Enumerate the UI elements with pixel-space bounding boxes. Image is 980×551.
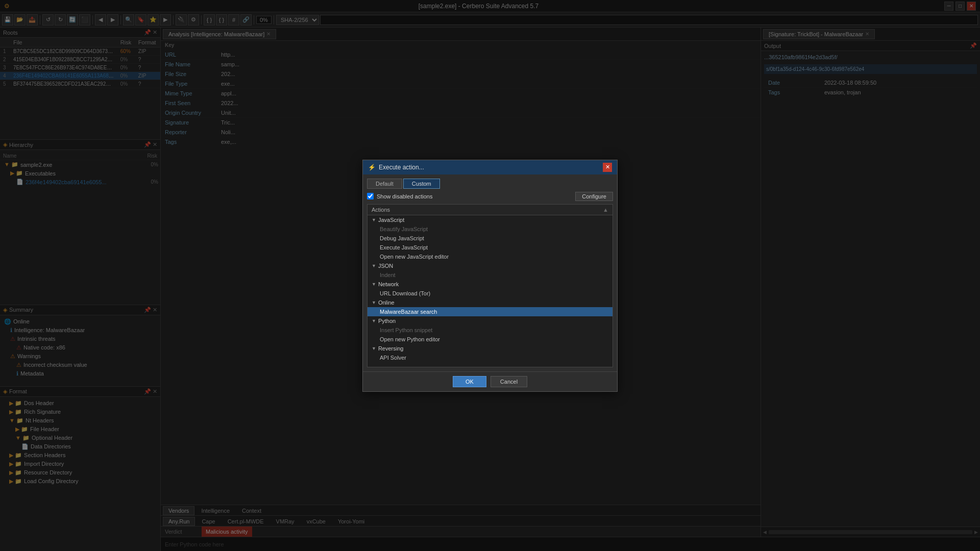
action-debug-js[interactable]: Debug JavaScript bbox=[368, 234, 612, 243]
network-triangle-icon: ▼ bbox=[372, 282, 376, 287]
action-group-label-online: Online bbox=[378, 299, 395, 306]
action-insert-python-snippet[interactable]: Insert Python snippet bbox=[368, 325, 612, 335]
action-group-header-python[interactable]: ▼ Python bbox=[368, 316, 612, 325]
dialog-tab-custom[interactable]: Custom bbox=[403, 179, 440, 189]
action-group-label-python: Python bbox=[378, 318, 396, 324]
action-beautify-js[interactable]: Beautify JavaScript bbox=[368, 224, 612, 234]
action-group-label-reversing: Reversing bbox=[378, 345, 404, 352]
action-group-network: ▼ Network URL Download (Tor) bbox=[368, 280, 612, 298]
json-triangle-icon: ▼ bbox=[372, 263, 376, 268]
action-group-python: ▼ Python Insert Python snippet Open new … bbox=[368, 316, 612, 344]
configure-btn[interactable]: Configure bbox=[575, 192, 613, 201]
action-open-js-editor[interactable]: Open new JavaScript editor bbox=[368, 252, 612, 261]
dialog-icon: ⚡ bbox=[368, 164, 376, 171]
action-api-solver[interactable]: API Solver bbox=[368, 353, 612, 362]
action-json-indent[interactable]: Indent bbox=[368, 270, 612, 280]
action-group-header-online[interactable]: ▼ Online bbox=[368, 298, 612, 307]
action-group-json: ▼ JSON Indent bbox=[368, 261, 612, 280]
dialog-title-content: ⚡ Execute action... bbox=[368, 164, 424, 171]
execute-action-dialog: ⚡ Execute action... ✕ Default Custom Sho… bbox=[362, 160, 618, 392]
dialog-body: Default Custom Show disabled actions Con… bbox=[363, 174, 617, 371]
dialog-close-btn[interactable]: ✕ bbox=[603, 163, 612, 172]
dialog-tab-row: Default Custom bbox=[367, 179, 613, 189]
action-group-header-json[interactable]: ▼ JSON bbox=[368, 261, 612, 270]
action-group-label-js: JavaScript bbox=[378, 217, 404, 223]
actions-header: Actions ▲ bbox=[368, 205, 612, 215]
action-group-header-reversing[interactable]: ▼ Reversing bbox=[368, 344, 612, 353]
action-group-label-network: Network bbox=[378, 281, 399, 287]
actions-scroll-up[interactable]: ▲ bbox=[603, 207, 608, 213]
action-group-online: ▼ Online MalwareBazaar search bbox=[368, 298, 612, 316]
modal-overlay: ⚡ Execute action... ✕ Default Custom Sho… bbox=[0, 0, 980, 551]
action-group-label-json: JSON bbox=[378, 263, 393, 269]
python-triangle-icon: ▼ bbox=[372, 318, 376, 323]
action-group-reversing: ▼ Reversing API Solver bbox=[368, 344, 612, 362]
reversing-triangle-icon: ▼ bbox=[372, 346, 376, 351]
show-disabled-checkbox[interactable] bbox=[367, 193, 374, 199]
action-group-header-network[interactable]: ▼ Network bbox=[368, 280, 612, 289]
dialog-title-text: Execute action... bbox=[379, 164, 424, 171]
show-disabled-row: Show disabled actions Configure bbox=[367, 192, 613, 201]
show-disabled-label: Show disabled actions bbox=[377, 193, 432, 199]
online-triangle-icon: ▼ bbox=[372, 300, 376, 305]
dialog-cancel-btn[interactable]: Cancel bbox=[491, 376, 527, 387]
action-url-download-tor[interactable]: URL Download (Tor) bbox=[368, 289, 612, 298]
action-malwarebazaar-search[interactable]: MalwareBazaar search bbox=[368, 307, 612, 316]
dialog-tab-default[interactable]: Default bbox=[367, 179, 402, 189]
dialog-footer: OK Cancel bbox=[363, 371, 617, 391]
actions-container[interactable]: Actions ▲ ▼ JavaScript Beautify JavaScri… bbox=[367, 204, 613, 367]
action-open-python-editor[interactable]: Open new Python editor bbox=[368, 335, 612, 344]
actions-header-label: Actions bbox=[372, 207, 390, 213]
action-execute-js[interactable]: Execute JavaScript bbox=[368, 243, 612, 252]
dialog-title-bar: ⚡ Execute action... ✕ bbox=[363, 160, 617, 174]
js-triangle-icon: ▼ bbox=[372, 217, 376, 222]
action-group-header-js[interactable]: ▼ JavaScript bbox=[368, 215, 612, 224]
action-group-javascript: ▼ JavaScript Beautify JavaScript Debug J… bbox=[368, 215, 612, 261]
dialog-ok-btn[interactable]: OK bbox=[453, 376, 486, 387]
